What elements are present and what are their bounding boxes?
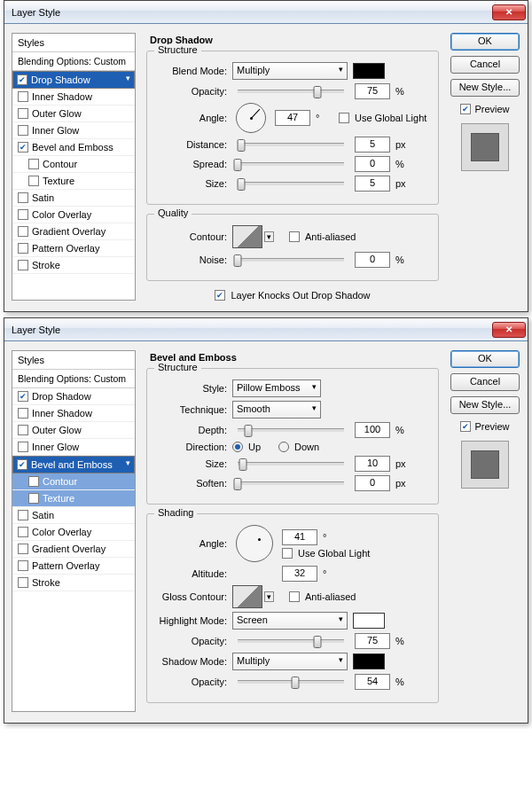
shadow-opacity-input[interactable]: 54 (355, 674, 390, 690)
style-item-inner-shadow[interactable]: Inner Shadow (12, 405, 135, 422)
style-checkbox[interactable] (18, 108, 28, 119)
style-item-inner-glow[interactable]: Inner Glow (12, 439, 135, 456)
size-slider[interactable] (238, 182, 344, 185)
style-item-inner-shadow[interactable]: Inner Shadow (12, 89, 135, 106)
shadow-color-swatch[interactable] (353, 653, 385, 669)
angle-dial[interactable] (236, 103, 266, 133)
depth-input[interactable]: 100 (355, 422, 390, 438)
ok-button[interactable]: OK (450, 33, 520, 51)
style-item-pattern-overlay[interactable]: Pattern Overlay (12, 240, 135, 257)
style-checkbox[interactable] (18, 226, 28, 237)
style-checkbox[interactable] (18, 125, 28, 136)
style-item-satin[interactable]: Satin (12, 507, 135, 524)
style-checkbox[interactable] (28, 493, 39, 504)
angle-input[interactable]: 47 (275, 110, 310, 126)
style-item-inner-glow[interactable]: Inner Glow (12, 122, 135, 139)
style-checkbox[interactable] (17, 74, 27, 85)
depth-slider[interactable] (238, 428, 344, 432)
soften-input[interactable]: 0 (355, 475, 390, 491)
style-checkbox[interactable] (28, 476, 39, 487)
shadow-opacity-slider[interactable] (238, 680, 344, 684)
style-checkbox[interactable] (18, 442, 28, 452)
style-item-contour[interactable]: Contour (12, 473, 135, 490)
opacity-slider[interactable] (238, 90, 344, 93)
style-checkbox[interactable] (28, 176, 39, 186)
style-item-outer-glow[interactable]: Outer Glow (12, 106, 135, 122)
direction-up-radio[interactable] (232, 442, 243, 452)
style-item-gradient-overlay[interactable]: Gradient Overlay (12, 223, 135, 240)
style-item-drop-shadow[interactable]: Drop Shadow (12, 71, 135, 89)
style-checkbox[interactable] (18, 260, 28, 270)
new-style-button[interactable]: New Style... (450, 79, 520, 97)
style-checkbox[interactable] (18, 408, 28, 419)
style-checkbox[interactable] (18, 91, 28, 102)
cancel-button[interactable]: Cancel (450, 56, 520, 74)
style-checkbox[interactable] (18, 425, 28, 435)
technique-select[interactable]: Smooth (232, 401, 321, 419)
style-checkbox[interactable] (18, 527, 28, 537)
style-item-color-overlay[interactable]: Color Overlay (12, 207, 135, 223)
style-item-texture[interactable]: Texture (12, 490, 135, 507)
gloss-contour-picker[interactable] (232, 585, 262, 608)
style-item-gradient-overlay[interactable]: Gradient Overlay (12, 541, 135, 558)
use-global-light-checkbox[interactable] (339, 113, 349, 123)
blending-options[interactable]: Blending Options: Custom (12, 52, 135, 71)
style-checkbox[interactable] (18, 391, 28, 402)
size-input[interactable]: 10 (355, 456, 390, 472)
ok-button[interactable]: OK (450, 350, 520, 368)
angle-input[interactable]: 41 (282, 529, 317, 545)
style-checkbox[interactable] (17, 459, 27, 470)
soften-slider[interactable] (238, 481, 344, 485)
size-input[interactable]: 5 (355, 176, 390, 192)
distance-slider[interactable] (238, 143, 344, 146)
style-checkbox[interactable] (18, 510, 28, 520)
style-item-bevel-and-emboss[interactable]: Bevel and Emboss (12, 456, 135, 473)
anti-aliased-checkbox[interactable] (289, 591, 300, 602)
style-checkbox[interactable] (28, 159, 39, 169)
spread-input[interactable]: 0 (355, 156, 390, 172)
style-item-satin[interactable]: Satin (12, 190, 135, 207)
style-checkbox[interactable] (18, 544, 28, 554)
direction-down-radio[interactable] (278, 442, 289, 452)
highlight-color-swatch[interactable] (353, 613, 385, 629)
style-item-bevel-and-emboss[interactable]: Bevel and Emboss (12, 139, 135, 156)
preview-checkbox[interactable] (460, 104, 471, 114)
size-slider[interactable] (238, 462, 344, 466)
style-checkbox[interactable] (18, 243, 28, 254)
new-style-button[interactable]: New Style... (450, 396, 520, 414)
noise-input[interactable]: 0 (355, 252, 390, 268)
style-item-texture[interactable]: Texture (12, 173, 135, 190)
blend-mode-select[interactable]: Multiply (232, 62, 348, 80)
highlight-mode-select[interactable]: Screen (232, 612, 348, 630)
layer-knocks-out-checkbox[interactable] (215, 290, 225, 301)
anti-aliased-checkbox[interactable] (289, 231, 300, 242)
style-item-stroke[interactable]: Stroke (12, 575, 135, 591)
style-item-stroke[interactable]: Stroke (12, 257, 135, 274)
style-checkbox[interactable] (18, 192, 28, 203)
use-global-light-checkbox[interactable] (282, 548, 293, 559)
preview-checkbox[interactable] (460, 421, 471, 432)
style-checkbox[interactable] (18, 560, 28, 571)
close-icon[interactable]: ✕ (492, 4, 526, 20)
blending-options[interactable]: Blending Options: Custom (12, 370, 135, 388)
style-checkbox[interactable] (18, 577, 28, 588)
style-item-pattern-overlay[interactable]: Pattern Overlay (12, 558, 135, 575)
style-item-outer-glow[interactable]: Outer Glow (12, 422, 135, 439)
highlight-opacity-slider[interactable] (238, 639, 344, 643)
highlight-opacity-input[interactable]: 75 (355, 633, 390, 649)
styles-header[interactable]: Styles (12, 351, 135, 370)
shadow-color-swatch[interactable] (353, 63, 385, 79)
close-icon[interactable]: ✕ (492, 322, 526, 338)
spread-slider[interactable] (238, 162, 344, 166)
style-item-contour[interactable]: Contour (12, 156, 135, 173)
style-checkbox[interactable] (18, 209, 28, 220)
style-checkbox[interactable] (18, 142, 28, 153)
style-item-drop-shadow[interactable]: Drop Shadow (12, 388, 135, 405)
contour-picker[interactable] (232, 225, 262, 248)
angle-altitude-dial[interactable] (236, 525, 273, 562)
style-select[interactable]: Pillow Emboss (232, 379, 321, 397)
style-item-color-overlay[interactable]: Color Overlay (12, 524, 135, 541)
cancel-button[interactable]: Cancel (450, 373, 520, 391)
opacity-input[interactable]: 75 (355, 83, 390, 99)
distance-input[interactable]: 5 (355, 137, 390, 153)
